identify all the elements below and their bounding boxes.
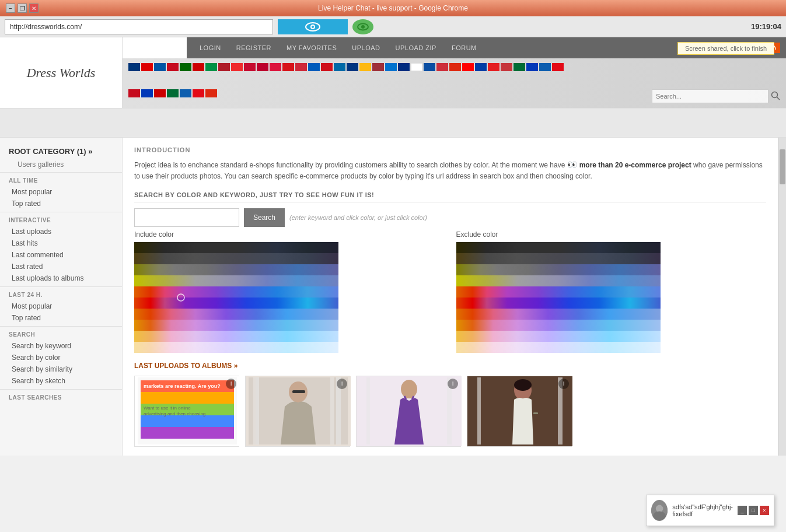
flag-ua[interactable] [308, 63, 320, 71]
last-uploads-title[interactable]: LAST UPLOADS TO ALBUMS » [134, 362, 766, 370]
nav-upload-zip[interactable]: UPLOAD ZIP [389, 37, 443, 58]
flag-rs[interactable] [501, 63, 512, 71]
chrome-close-button[interactable]: ✕ [29, 4, 39, 13]
chrome-restore-button[interactable]: ❐ [18, 4, 27, 13]
svg-rect-13 [134, 286, 338, 298]
nav-login[interactable]: LOGIN [193, 37, 228, 58]
thumb-info-btn-3[interactable]: i [448, 379, 458, 389]
flag-extra3[interactable] [154, 89, 166, 97]
search-button[interactable]: Search [244, 208, 285, 227]
sidebar-search-by-color[interactable]: Search by color [0, 352, 122, 363]
scroll-thumb[interactable] [780, 149, 785, 184]
include-color-palette[interactable] [134, 242, 338, 353]
site-search-form [652, 89, 780, 103]
flag-extra4[interactable] [167, 89, 179, 97]
flag-il[interactable] [526, 63, 538, 71]
svg-rect-12 [134, 275, 338, 286]
chat-maximize-button[interactable]: □ [749, 506, 758, 515]
flag-jp[interactable] [257, 63, 268, 71]
flag-no[interactable] [231, 63, 243, 71]
sidebar-search-by-keyword[interactable]: Search by keyword [0, 340, 122, 352]
flag-by[interactable] [321, 63, 333, 71]
thumb-info-btn-4[interactable]: i [558, 379, 569, 389]
chat-minimize-button[interactable]: _ [738, 506, 747, 515]
nav-upload[interactable]: UPLOAD [345, 37, 387, 58]
sidebar-last-uploads-to-albums[interactable]: Last uploads to albums [0, 272, 122, 284]
svg-rect-21 [456, 253, 661, 264]
thumb-info-btn-2[interactable]: i [337, 379, 347, 389]
flag-ee[interactable] [385, 63, 397, 71]
flag-extra6[interactable] [193, 89, 204, 97]
flag-ru[interactable] [193, 63, 204, 71]
flag-es[interactable] [167, 63, 179, 71]
keyword-search-input[interactable] [134, 208, 239, 227]
cobrowse-eye-button[interactable] [278, 19, 348, 34]
flag-tr[interactable] [552, 63, 564, 71]
flag-hr[interactable] [462, 63, 474, 71]
flag-fi[interactable] [347, 63, 358, 71]
sidebar-last-commented[interactable]: Last commented [0, 249, 122, 261]
flag-se[interactable] [334, 63, 345, 71]
chat-close-button[interactable]: × [760, 506, 769, 515]
sidebar-search-by-sketch[interactable]: Search by sketch [0, 375, 122, 387]
site-logo[interactable]: Dress Worlds [27, 65, 96, 80]
site-search-icon[interactable] [771, 91, 780, 102]
flag-pl[interactable] [270, 63, 281, 71]
sidebar-search-by-similarity[interactable]: Search by similarity [0, 363, 122, 375]
flag-nl[interactable] [218, 63, 230, 71]
flags-row2 [128, 89, 780, 103]
flag-extra7[interactable] [205, 89, 217, 97]
site-search-input[interactable] [652, 89, 768, 103]
flag-sk[interactable] [424, 63, 435, 71]
cobrowse-eye-button2[interactable] [352, 19, 373, 34]
address-bar[interactable]: http://dressworlds.com/ [5, 19, 273, 34]
sidebar-root-category[interactable]: ROOT CATEGORY (1) » [0, 144, 122, 159]
flag-kr[interactable] [436, 63, 448, 71]
sidebar-interactive-label: INTERACTIVE [0, 212, 122, 226]
exclude-color-palette[interactable] [456, 242, 661, 353]
flag-it[interactable] [205, 63, 217, 71]
nav-forum[interactable]: FORUM [445, 37, 484, 58]
chrome-minimize-button[interactable]: − [6, 4, 15, 13]
flag-cn[interactable] [449, 63, 461, 71]
sidebar-most-popular[interactable]: Most popular [0, 186, 122, 198]
nav-my-favorites[interactable]: MY FAVORITES [280, 37, 344, 58]
flag-fr[interactable] [154, 63, 166, 71]
flag-ro[interactable] [398, 63, 410, 71]
thumb-info-btn-1[interactable]: i [226, 379, 236, 389]
flag-sa[interactable] [513, 63, 525, 71]
scrollbar[interactable] [778, 138, 786, 456]
sidebar-last-uploads[interactable]: Last uploads [0, 226, 122, 237]
svg-rect-24 [456, 286, 661, 298]
search-form: Search (enter keyword and click color, o… [134, 208, 766, 227]
sidebar-users-galleries[interactable]: Users galleries [0, 159, 122, 170]
flag-extra2[interactable] [141, 89, 153, 97]
flag-si[interactable] [475, 63, 487, 71]
flag-extra5[interactable] [180, 89, 191, 97]
thumb-svg-2 [249, 377, 348, 444]
thumb-svg-3 [359, 377, 459, 444]
site-header: Screen shared, click to finish Dress Wor… [0, 37, 786, 108]
flag-hu[interactable] [295, 63, 307, 71]
sidebar-top-rated-24h[interactable]: Top rated [0, 312, 122, 324]
flag-de[interactable] [141, 63, 153, 71]
flag-extra1[interactable] [128, 89, 140, 97]
flag-cz[interactable] [282, 63, 294, 71]
flag-lv[interactable] [372, 63, 384, 71]
flag-lt[interactable] [359, 63, 371, 71]
sidebar-last-hits[interactable]: Last hits [0, 237, 122, 249]
flag-pt[interactable] [180, 63, 191, 71]
intro-eyes-icon: 👀 [567, 160, 579, 169]
chrome-window: − ❐ ✕ Live Helper Chat - live support - … [0, 0, 786, 532]
flag-dk[interactable] [244, 63, 256, 71]
flag-gb[interactable] [128, 63, 140, 71]
screen-shared-banner[interactable]: Screen shared, click to finish [677, 42, 774, 55]
flag-al[interactable] [488, 63, 499, 71]
chat-widget: sdfs'sd"sdF'ghjhj"ghj-fixefsdf _ □ × [646, 495, 774, 526]
flag-bg[interactable] [411, 63, 422, 71]
sidebar-top-rated[interactable]: Top rated [0, 198, 122, 209]
sidebar-last-rated[interactable]: Last rated [0, 261, 122, 272]
nav-register[interactable]: REGISTER [229, 37, 278, 58]
flag-gr[interactable] [539, 63, 551, 71]
sidebar-most-popular-24h[interactable]: Most popular [0, 300, 122, 312]
